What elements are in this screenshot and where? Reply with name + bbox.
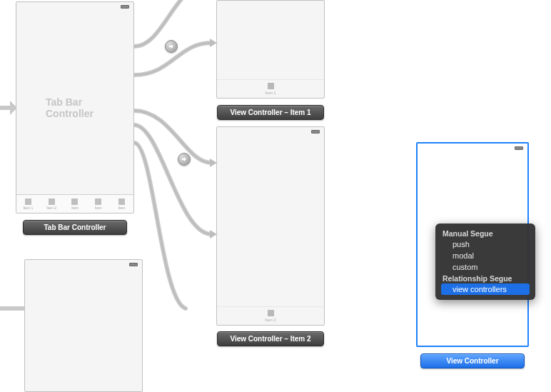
svg-rect-3	[0, 106, 10, 110]
tabbar-item[interactable]: Item	[86, 195, 110, 213]
scene-vc-item1[interactable]: Item 1	[216, 0, 325, 99]
scene-label-item2[interactable]: View Controller – Item 2	[217, 331, 324, 346]
scene-label-item1[interactable]: View Controller – Item 1	[217, 105, 324, 120]
popup-item-modal[interactable]: modal	[441, 250, 530, 261]
tab-label: Item	[71, 206, 79, 210]
scene-vc-item2[interactable]: Item 2	[216, 126, 325, 326]
popup-section-header: Relationship Segue	[441, 273, 530, 283]
tab-icon-placeholder	[71, 198, 78, 205]
tab-label: Item	[95, 206, 102, 210]
tab-icon-placeholder	[268, 310, 274, 316]
tabbar-item[interactable]: Item	[64, 195, 87, 213]
tab-icon-placeholder	[95, 198, 101, 205]
vc-tab-area: Item 2	[217, 306, 324, 325]
tabbar-item[interactable]: Item	[110, 195, 133, 213]
tab-icon-placeholder	[25, 198, 31, 205]
scene-label-tabbar[interactable]: Tab Bar Controller	[23, 220, 127, 235]
tabbar-controller-title: Tab Bar Controller	[46, 96, 104, 119]
tab-label: Item	[118, 206, 126, 210]
segue-popup: Manual Segue push modal custom Relations…	[435, 223, 535, 300]
battery-icon	[121, 5, 129, 9]
tabbar-item[interactable]: Item 1	[16, 195, 40, 213]
tab-icon-placeholder	[268, 83, 274, 89]
popup-section-header: Manual Segue	[441, 228, 530, 238]
entry-arrow	[0, 99, 17, 117]
tabbar-item[interactable]: Item 2	[40, 195, 64, 213]
tab-icon-placeholder	[118, 198, 125, 205]
segue-node[interactable]	[165, 40, 178, 53]
scene-label-selected[interactable]: View Controller	[420, 353, 525, 368]
tab-label: Item 2	[265, 318, 276, 322]
battery-icon	[129, 263, 138, 266]
tabbar: Item 1 Item 2 Item Item Item	[16, 194, 133, 213]
tab-label: Item 1	[265, 91, 276, 95]
battery-icon	[515, 146, 523, 150]
popup-item-viewcontrollers[interactable]: view controllers	[441, 283, 530, 295]
scene-unlabeled[interactable]	[24, 259, 143, 392]
segue-node[interactable]	[178, 153, 191, 166]
tab-icon-placeholder	[49, 198, 55, 205]
scene-tabbar-controller[interactable]: Tab Bar Controller Item 1 Item 2 Item It…	[16, 1, 134, 213]
tab-label: Item 1	[23, 206, 33, 210]
tab-label: Item 2	[46, 206, 56, 210]
popup-item-custom[interactable]: custom	[441, 261, 530, 273]
vc-tab-area: Item 1	[217, 79, 324, 98]
battery-icon	[311, 130, 320, 134]
popup-item-push[interactable]: push	[441, 238, 530, 250]
